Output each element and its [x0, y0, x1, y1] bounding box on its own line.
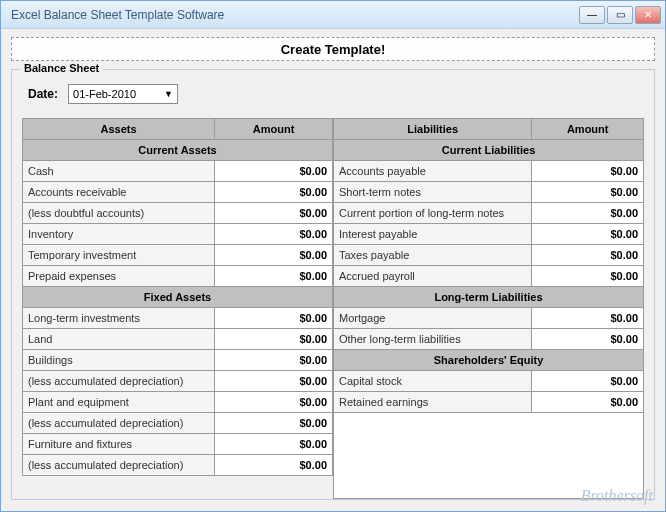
row-label: Capital stock	[334, 371, 532, 392]
amount-header: Amount	[215, 119, 333, 140]
table-row: Current portion of long-term notes$0.00	[334, 203, 644, 224]
empty-row	[334, 413, 644, 499]
row-label: Accounts payable	[334, 161, 532, 182]
table-header-row: Assets Amount	[23, 119, 333, 140]
row-label: Mortgage	[334, 308, 532, 329]
row-label: Interest payable	[334, 224, 532, 245]
row-label: (less accumulated depreciation)	[23, 371, 215, 392]
row-amount: $0.00	[532, 329, 644, 350]
current-assets-subheader: Current Assets	[23, 140, 333, 161]
current-liabilities-subheader: Current Liabilities	[334, 140, 644, 161]
row-amount: $0.00	[532, 224, 644, 245]
row-amount: $0.00	[532, 182, 644, 203]
assets-header: Assets	[23, 119, 215, 140]
table-row: Inventory$0.00	[23, 224, 333, 245]
titlebar: Excel Balance Sheet Template Software — …	[1, 1, 665, 29]
table-row: Short-term notes$0.00	[334, 182, 644, 203]
row-label: Prepaid expenses	[23, 266, 215, 287]
table-row: Furniture and fixtures$0.00	[23, 434, 333, 455]
table-row: Accounts receivable$0.00	[23, 182, 333, 203]
row-label: (less doubtful accounts)	[23, 203, 215, 224]
row-amount: $0.00	[532, 392, 644, 413]
row-label: Cash	[23, 161, 215, 182]
row-label: Accrued payroll	[334, 266, 532, 287]
table-row: Accrued payroll$0.00	[334, 266, 644, 287]
row-label: Temporary investment	[23, 245, 215, 266]
table-row: Cash$0.00	[23, 161, 333, 182]
row-label: Long-term investments	[23, 308, 215, 329]
assets-table: Assets Amount Current Assets Cash$0.00 A…	[22, 118, 333, 476]
row-amount: $0.00	[532, 308, 644, 329]
row-amount: $0.00	[215, 224, 333, 245]
table-row: (less accumulated depreciation)$0.00	[23, 455, 333, 476]
window-title: Excel Balance Sheet Template Software	[5, 8, 224, 22]
row-label: Furniture and fixtures	[23, 434, 215, 455]
date-value: 01-Feb-2010	[73, 88, 136, 100]
table-row: Land$0.00	[23, 329, 333, 350]
application-window: Excel Balance Sheet Template Software — …	[0, 0, 666, 512]
row-amount: $0.00	[215, 329, 333, 350]
date-dropdown[interactable]: 01-Feb-2010 ▼	[68, 84, 178, 104]
close-icon: ✕	[644, 9, 652, 20]
row-amount: $0.00	[215, 182, 333, 203]
row-label: Short-term notes	[334, 182, 532, 203]
liabilities-header: Liabilities	[334, 119, 532, 140]
maximize-button[interactable]: ▭	[607, 6, 633, 24]
row-amount: $0.00	[215, 350, 333, 371]
table-row: Accounts payable$0.00	[334, 161, 644, 182]
chevron-down-icon: ▼	[164, 89, 173, 99]
row-label: Current portion of long-term notes	[334, 203, 532, 224]
date-label: Date:	[28, 87, 58, 101]
row-label: (less accumulated depreciation)	[23, 455, 215, 476]
minimize-button[interactable]: —	[579, 6, 605, 24]
table-row: Temporary investment$0.00	[23, 245, 333, 266]
row-label: Other long-term liabilities	[334, 329, 532, 350]
row-amount: $0.00	[532, 203, 644, 224]
row-amount: $0.00	[532, 266, 644, 287]
row-label: Accounts receivable	[23, 182, 215, 203]
maximize-icon: ▭	[616, 9, 625, 20]
date-row: Date: 01-Feb-2010 ▼	[28, 84, 644, 104]
table-row: Other long-term liabilities$0.00	[334, 329, 644, 350]
liabilities-column: Liabilities Amount Current Liabilities A…	[333, 118, 644, 499]
table-row: Taxes payable$0.00	[334, 245, 644, 266]
row-amount: $0.00	[532, 161, 644, 182]
row-amount: $0.00	[215, 413, 333, 434]
liabilities-table: Liabilities Amount Current Liabilities A…	[333, 118, 644, 499]
minimize-icon: —	[587, 9, 597, 20]
row-label: Plant and equipment	[23, 392, 215, 413]
close-button[interactable]: ✕	[635, 6, 661, 24]
row-amount: $0.00	[532, 245, 644, 266]
table-row: Retained earnings$0.00	[334, 392, 644, 413]
row-amount: $0.00	[215, 245, 333, 266]
table-row: (less accumulated depreciation)$0.00	[23, 413, 333, 434]
create-template-button[interactable]: Create Template!	[11, 37, 655, 61]
shareholders-equity-subheader: Shareholders' Equity	[334, 350, 644, 371]
row-amount: $0.00	[215, 308, 333, 329]
row-amount: $0.00	[215, 455, 333, 476]
balance-sheet-fieldset: Balance Sheet Date: 01-Feb-2010 ▼ Assets…	[11, 69, 655, 500]
row-amount: $0.00	[215, 161, 333, 182]
row-label: Buildings	[23, 350, 215, 371]
table-header-row: Liabilities Amount	[334, 119, 644, 140]
row-label: Retained earnings	[334, 392, 532, 413]
table-row: (less accumulated depreciation)$0.00	[23, 371, 333, 392]
table-row: Interest payable$0.00	[334, 224, 644, 245]
row-label: (less accumulated depreciation)	[23, 413, 215, 434]
balance-sheet-grid: Assets Amount Current Assets Cash$0.00 A…	[22, 118, 644, 499]
fieldset-legend: Balance Sheet	[20, 62, 103, 74]
row-label: Land	[23, 329, 215, 350]
amount-header: Amount	[532, 119, 644, 140]
table-row: Long-term investments$0.00	[23, 308, 333, 329]
fixed-assets-subheader: Fixed Assets	[23, 287, 333, 308]
row-amount: $0.00	[532, 371, 644, 392]
window-controls: — ▭ ✕	[579, 6, 661, 24]
row-amount: $0.00	[215, 203, 333, 224]
row-label: Inventory	[23, 224, 215, 245]
assets-column: Assets Amount Current Assets Cash$0.00 A…	[22, 118, 333, 499]
row-amount: $0.00	[215, 434, 333, 455]
row-amount: $0.00	[215, 371, 333, 392]
row-label: Taxes payable	[334, 245, 532, 266]
table-row: Mortgage$0.00	[334, 308, 644, 329]
empty-cell	[334, 413, 644, 499]
